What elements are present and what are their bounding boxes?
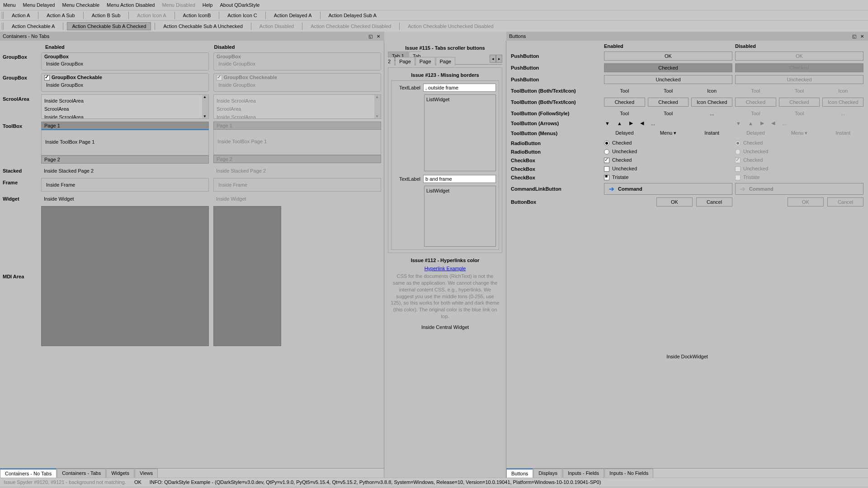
close-icon[interactable]: ✕ xyxy=(375,33,382,39)
menu-menu-action-disabled[interactable]: Menu Action Disabled xyxy=(105,1,156,9)
label-stacked: Stacked xyxy=(3,166,41,174)
scrollarea-enabled[interactable]: Inside ScroolAreaScroolAreaInside Scrool… xyxy=(41,94,209,119)
arrow-right-icon[interactable]: ▶ xyxy=(628,120,634,126)
tab-scroll-right[interactable]: ▸ xyxy=(496,55,502,63)
command-link-button[interactable]: ➔Command xyxy=(604,183,732,195)
action-action-delayed-a[interactable]: Action Delayed A xyxy=(269,12,316,19)
checkbox-unchecked[interactable] xyxy=(604,166,609,172)
menu-help[interactable]: Help xyxy=(201,1,214,9)
scrollarea-disabled: Inside ScroolAreaScroolAreaInside Scrool… xyxy=(213,94,381,119)
toolbox-page1[interactable]: Page 1 xyxy=(41,122,209,130)
bottom-tab-views[interactable]: Views xyxy=(135,469,158,478)
menu-menu-disabled: Menu Disabled xyxy=(160,1,196,9)
action-action-disabled: Action Disabled xyxy=(255,23,298,30)
col-disabled: Disabled xyxy=(735,43,863,49)
col-enabled: Enabled xyxy=(604,43,732,49)
bottom-tab-displays[interactable]: Displays xyxy=(533,469,562,478)
menu-menu-delayed[interactable]: Menu Delayed xyxy=(22,1,57,9)
tab-3[interactable]: Page xyxy=(415,57,435,66)
lineedit-1[interactable] xyxy=(423,84,496,92)
close-icon[interactable]: ✕ xyxy=(859,33,865,39)
tab-2[interactable]: Page xyxy=(395,57,415,66)
central-widget-label: Inside Central Widget xyxy=(388,322,502,333)
action-action-checkable-sub-a-unchecked[interactable]: Action Checkable Sub A Unchecked xyxy=(159,23,247,30)
toolbutton-tool[interactable]: Tool xyxy=(604,87,645,95)
bottom-tab-containers---no-tabs[interactable]: Containers - No Tabs xyxy=(0,469,57,478)
scrollbar[interactable] xyxy=(202,95,208,118)
label-toolbox: ToolBox xyxy=(3,122,41,129)
radio-checked[interactable] xyxy=(604,141,609,146)
tab-4[interactable]: Page xyxy=(436,57,456,66)
hyperlink-example[interactable]: Hyperlink Example xyxy=(388,266,502,271)
action-action-icon-a: Action Icon A xyxy=(132,12,170,19)
radio-unchecked[interactable] xyxy=(604,149,609,155)
action-action-b-sub[interactable]: Action B Sub xyxy=(87,12,125,19)
widget-disabled: Inside Widget xyxy=(213,194,381,203)
bottom-tab-buttons[interactable]: Buttons xyxy=(506,469,533,478)
dock-title-label: Buttons xyxy=(509,33,526,39)
toolbutton-delayed[interactable]: Delayed xyxy=(604,129,645,137)
containers-dock-title: Containers - No Tabs ◱ ✕ xyxy=(0,32,384,41)
bottom-tab-inputs---no-fields[interactable]: Inputs - No Fields xyxy=(604,469,653,478)
dock-float-icon[interactable]: ◱ xyxy=(367,33,373,39)
listwidget-2[interactable]: ListWidget xyxy=(424,186,496,247)
bottom-tab-inputs---fields[interactable]: Inputs - Fields xyxy=(563,469,604,478)
groupbox-checkable-disabled: GroupBox Checkeable Inside GroupBox xyxy=(213,73,381,92)
pushbutton-unchecked[interactable]: Unchecked xyxy=(604,75,732,84)
groupbox-enabled: GroupBox Inside GroupBox xyxy=(41,52,209,70)
tabs-scroller: Tab 1Tab 2PagePagePage ◂ ▸ xyxy=(388,53,502,65)
buttons-dock-title: Buttons ◱ ✕ xyxy=(506,32,868,41)
toolbutton-checked[interactable]: Checked xyxy=(604,98,645,107)
action-action-a[interactable]: Action A xyxy=(7,12,34,19)
action-action-checkable-unchecked-disabled: Action Checkable Unchecked Disabled xyxy=(403,23,498,30)
pushbutton-ok[interactable]: OK xyxy=(604,52,732,61)
groupbox-checkbox[interactable] xyxy=(44,75,50,80)
lineedit-2[interactable] xyxy=(423,175,496,183)
action-action-checkable-a[interactable]: Action Checkable A xyxy=(7,23,59,30)
action-action-a-sub[interactable]: Action A Sub xyxy=(42,12,79,19)
left-bottom-tabs: Containers - No TabsContainers - TabsWid… xyxy=(0,468,384,478)
checkbox-tristate[interactable] xyxy=(604,175,609,180)
menu-menu-checkable[interactable]: Menu Checkable xyxy=(61,1,101,9)
arrow-up-icon[interactable]: ▲ xyxy=(616,121,623,126)
dock-float-icon[interactable]: ◱ xyxy=(851,33,857,39)
arrow-down-icon[interactable]: ▼ xyxy=(604,121,611,126)
action-action-icon-c[interactable]: Action Icon C xyxy=(223,12,261,19)
label-widget: Widget xyxy=(3,194,41,202)
buttonbox-ok[interactable]: OK xyxy=(656,197,693,206)
label-groupbox: GroupBox xyxy=(3,52,41,60)
action-action-iconb[interactable]: Action IconB xyxy=(179,12,216,19)
issue-115-title: Issue #115 - Tabs scroller buttons xyxy=(388,45,502,51)
pushbutton-checked[interactable]: Checked xyxy=(604,63,732,72)
mdi-area-enabled[interactable] xyxy=(41,206,209,346)
bottom-tab-widgets[interactable]: Widgets xyxy=(106,469,134,478)
buttonbox-cancel[interactable]: Cancel xyxy=(696,197,732,206)
toolbar-1: Action AAction A SubAction B SubAction I… xyxy=(0,10,868,20)
arrow-buttons: ▼ ▲ ▶ ◀ ... xyxy=(604,120,732,126)
groupbox-checkbox xyxy=(217,75,222,80)
bottom-tab-containers---tabs[interactable]: Containers - Tabs xyxy=(57,469,106,478)
scrollbar xyxy=(374,95,381,118)
textlabel1: TextLabel xyxy=(394,85,420,90)
menu-about-qdarkstyle[interactable]: About QDarkStyle xyxy=(218,1,261,9)
toolbutton-instant[interactable]: Instant xyxy=(691,129,732,137)
action-action-checkable-sub-a-checked[interactable]: Action Checkable Sub A Checked xyxy=(67,22,151,30)
central-widget: Issue #115 - Tabs scroller buttons Tab 1… xyxy=(384,41,506,478)
action-action-delayed-sub-a[interactable]: Action Delayed Sub A xyxy=(324,12,381,19)
dock-title-label: Containers - No Tabs xyxy=(3,33,49,39)
arrow-left-icon[interactable]: ◀ xyxy=(639,120,645,126)
listwidget-1[interactable]: ListWidget xyxy=(424,94,496,171)
toolbutton-menu[interactable]: Menu ▾ xyxy=(648,129,689,137)
widget-enabled: Inside Widget xyxy=(41,194,209,203)
issue-112-title: Issue #112 - Hyperlinks color xyxy=(388,258,502,263)
col-disabled: Disabled xyxy=(212,42,382,52)
label-scrollarea: ScroolArea xyxy=(3,94,41,102)
toolbox-page2-dis: Page 2 xyxy=(213,155,381,163)
menu-menu[interactable]: Menu xyxy=(2,1,17,9)
menubar: MenuMenu DelayedMenu CheckableMenu Actio… xyxy=(0,0,868,10)
arrow-right-icon: ➔ xyxy=(609,185,614,192)
checkbox-checked[interactable] xyxy=(604,158,609,163)
toolbox-page2[interactable]: Page 2 xyxy=(41,155,209,164)
groupbox-disabled: GroupBox Inside GroupBox xyxy=(213,52,381,70)
tab-scroll-left[interactable]: ◂ xyxy=(490,55,496,63)
